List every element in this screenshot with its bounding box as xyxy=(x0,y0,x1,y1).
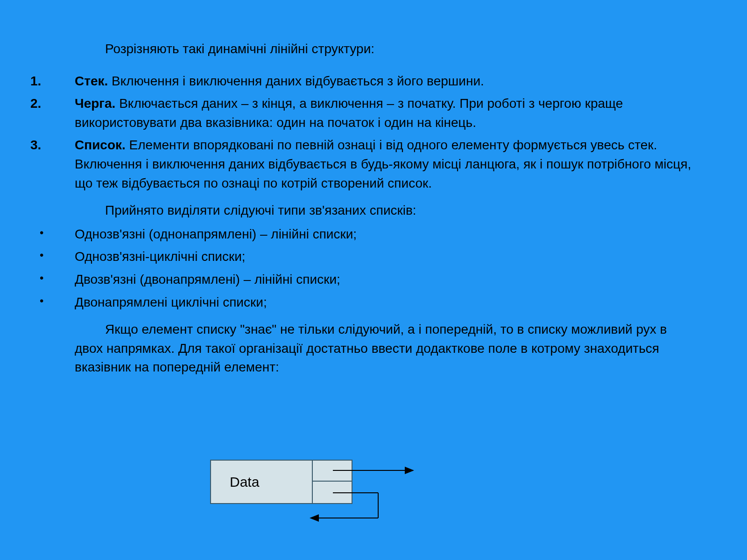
item-text: Елементи впорядковані по певній ознаці і… xyxy=(75,138,691,190)
item-text: Включається даних – з кінця, а виключенн… xyxy=(75,96,623,130)
arrows-svg xyxy=(210,453,490,527)
bullet-item: • Однозв'язні-циклічні списки; xyxy=(30,247,717,266)
item-content: Список. Елементи впорядковані по певній … xyxy=(75,136,717,193)
bullet-item: • Двозв'язні (двонапрямлені) – лінійні с… xyxy=(30,270,717,289)
item-title: Список. xyxy=(75,138,126,152)
item-number: 3. xyxy=(30,136,75,193)
bullet-marker: • xyxy=(30,293,75,312)
sub-intro-text: Прийнято виділяти слідуючі типи зв'язани… xyxy=(105,201,717,220)
bullet-item: • Однозв'язні (однонапрямлені) – лінійні… xyxy=(30,225,717,244)
bullet-item: • Двонапрямлені циклічні списки; xyxy=(30,293,717,312)
item-text: Включення і виключення даних відбуваєтьс… xyxy=(108,74,484,88)
intro-text: Розрізняють такі динамічні лінійні струк… xyxy=(105,40,717,59)
item-number: 1. xyxy=(30,72,75,91)
closing-paragraph: Якщо елемент списку "знає" не тільки слі… xyxy=(75,320,717,377)
bullet-marker: • xyxy=(30,225,75,244)
node-diagram: Data xyxy=(210,453,490,527)
bullet-content: Двонапрямлені циклічні списки; xyxy=(75,293,717,312)
numbered-item-2: 2. Черга. Включається даних – з кінця, а… xyxy=(30,94,717,132)
bullet-marker: • xyxy=(30,270,75,289)
bullet-content: Однозв'язні (однонапрямлені) – лінійні с… xyxy=(75,225,717,244)
numbered-item-3: 3. Список. Елементи впорядковані по певн… xyxy=(30,136,717,193)
numbered-item-1: 1. Стек. Включення і виключення даних ві… xyxy=(30,72,717,91)
bullet-marker: • xyxy=(30,247,75,266)
item-content: Стек. Включення і виключення даних відбу… xyxy=(75,72,717,91)
bullet-content: Двозв'язні (двонапрямлені) – лінійні спи… xyxy=(75,270,717,289)
item-content: Черга. Включається даних – з кінця, а ви… xyxy=(75,94,717,132)
bullet-content: Однозв'язні-циклічні списки; xyxy=(75,247,717,266)
item-title: Черга. xyxy=(75,96,115,111)
item-title: Стек. xyxy=(75,74,108,88)
item-number: 2. xyxy=(30,94,75,132)
